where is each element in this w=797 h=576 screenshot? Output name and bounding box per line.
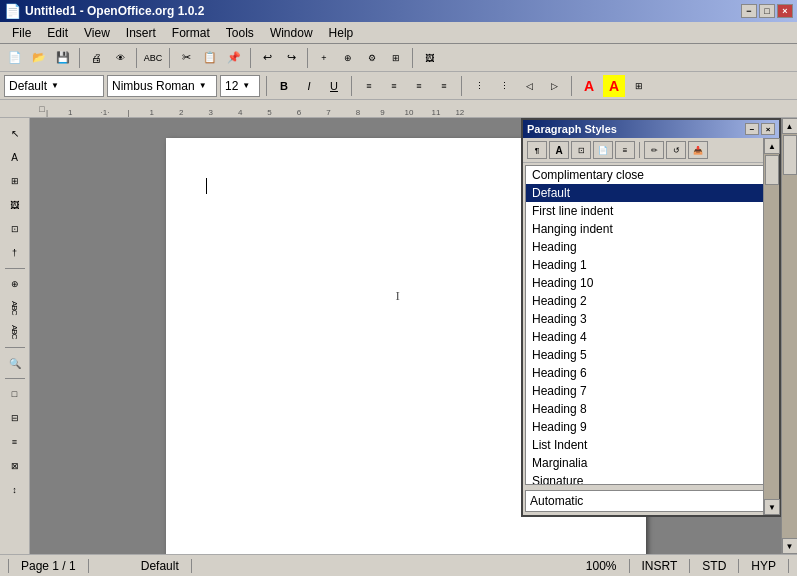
style-item-complimentary[interactable]: Complimentary close <box>526 166 776 184</box>
style-item-heading3[interactable]: Heading 3 <box>526 310 776 328</box>
paragraph-styles-list[interactable]: Complimentary close Default First line i… <box>525 165 777 485</box>
scroll-up-button[interactable]: ▲ <box>782 118 798 134</box>
style-item-heading6[interactable]: Heading 6 <box>526 364 776 382</box>
scroll-thumb[interactable] <box>783 135 797 175</box>
form-tool4[interactable]: ⊠ <box>4 455 26 477</box>
toolbar-standard: 📄 📂 💾 🖨 👁 ABC ✂ 📋 📌 ↩ ↪ + ⊕ ⚙ ⊞ 🖼 <box>0 44 797 72</box>
menu-edit[interactable]: Edit <box>39 24 76 42</box>
style-item-heading10[interactable]: Heading 10 <box>526 274 776 292</box>
app-icon: 📄 <box>4 3 21 19</box>
nav-button1[interactable]: + <box>313 47 335 69</box>
find-tool[interactable]: 🔍 <box>4 352 26 374</box>
bold-button[interactable]: B <box>273 75 295 97</box>
picture-tool[interactable]: 🖼 <box>4 194 26 216</box>
frame-style-button[interactable]: ⊡ <box>571 141 591 159</box>
style-filter-dropdown[interactable]: Automatic ▼ <box>525 490 777 512</box>
style-item-hanging[interactable]: Hanging indent <box>526 220 776 238</box>
font-color-button[interactable]: A <box>578 75 600 97</box>
style-item-heading4[interactable]: Heading 4 <box>526 328 776 346</box>
select-tool[interactable]: ↖ <box>4 122 26 144</box>
status-mode: INSRT <box>630 559 691 573</box>
style-item-heading[interactable]: Heading <box>526 238 776 256</box>
style-item-list-indent[interactable]: List Indent <box>526 436 776 454</box>
underline-button[interactable]: U <box>323 75 345 97</box>
font-dropdown[interactable]: Nimbus Roman ▼ <box>107 75 217 97</box>
update-style-button[interactable]: ↺ <box>666 141 686 159</box>
open-button[interactable]: 📂 <box>28 47 50 69</box>
menu-file[interactable]: File <box>4 24 39 42</box>
page-style-button[interactable]: 📄 <box>593 141 613 159</box>
form-tool3[interactable]: ≡ <box>4 431 26 453</box>
cut-button[interactable]: ✂ <box>175 47 197 69</box>
menu-window[interactable]: Window <box>262 24 321 42</box>
indent-decrease-button[interactable]: ◁ <box>518 75 540 97</box>
maximize-button[interactable]: □ <box>759 4 775 18</box>
print-button[interactable]: 🖨 <box>85 47 107 69</box>
align-right-button[interactable]: ≡ <box>408 75 430 97</box>
style-item-first-line[interactable]: First line indent <box>526 202 776 220</box>
menu-help[interactable]: Help <box>321 24 362 42</box>
panel-minimize-button[interactable]: − <box>745 123 759 135</box>
zoom-tool[interactable]: ⊕ <box>4 273 26 295</box>
close-button[interactable]: × <box>777 4 793 18</box>
nav-button3[interactable]: ⚙ <box>361 47 383 69</box>
menu-format[interactable]: Format <box>164 24 218 42</box>
italic-button[interactable]: I <box>298 75 320 97</box>
style-item-default[interactable]: Default <box>526 184 776 202</box>
nav-button4[interactable]: ⊞ <box>385 47 407 69</box>
align-justify-button[interactable]: ≡ <box>433 75 455 97</box>
menu-tools[interactable]: Tools <box>218 24 262 42</box>
char-format-button[interactable]: ⊞ <box>628 75 650 97</box>
scroll-down-button[interactable]: ▼ <box>782 538 798 554</box>
text-tool[interactable]: A <box>4 146 26 168</box>
footnote-tool[interactable]: † <box>4 242 26 264</box>
panel-close-button[interactable]: × <box>761 123 775 135</box>
abc-tool[interactable]: ABC <box>4 297 26 319</box>
form-tool1[interactable]: □ <box>4 383 26 405</box>
style-item-signature[interactable]: Signature <box>526 472 776 485</box>
style-dropdown[interactable]: Default ▼ <box>4 75 104 97</box>
preview-button[interactable]: 👁 <box>109 47 131 69</box>
style-item-heading9[interactable]: Heading 9 <box>526 418 776 436</box>
gallery-button[interactable]: 🖼 <box>418 47 440 69</box>
field-tool[interactable]: ⊡ <box>4 218 26 240</box>
char-style-button[interactable]: A <box>549 141 569 159</box>
size-dropdown[interactable]: 12 ▼ <box>220 75 260 97</box>
form-tool5[interactable]: ↕ <box>4 479 26 501</box>
menu-insert[interactable]: Insert <box>118 24 164 42</box>
style-item-heading8[interactable]: Heading 8 <box>526 400 776 418</box>
minimize-button[interactable]: − <box>741 4 757 18</box>
highlight-color-button[interactable]: A <box>603 75 625 97</box>
align-left-button[interactable]: ≡ <box>358 75 380 97</box>
style-item-heading2[interactable]: Heading 2 <box>526 292 776 310</box>
abc2-tool[interactable]: ABC <box>4 321 26 343</box>
undo-button[interactable]: ↩ <box>256 47 278 69</box>
new-style-button[interactable]: ✏ <box>644 141 664 159</box>
nav-button2[interactable]: ⊕ <box>337 47 359 69</box>
form-tool2[interactable]: ⊟ <box>4 407 26 429</box>
spellcheck-button[interactable]: ABC <box>142 47 164 69</box>
scroll-track[interactable] <box>782 134 798 538</box>
panel-scroll-track[interactable] <box>764 154 779 499</box>
panel-scroll-down[interactable]: ▼ <box>764 499 780 515</box>
list-ordered-button[interactable]: ⋮ <box>493 75 515 97</box>
list-style-button[interactable]: ≡ <box>615 141 635 159</box>
new-button[interactable]: 📄 <box>4 47 26 69</box>
table-tool[interactable]: ⊞ <box>4 170 26 192</box>
copy-button[interactable]: 📋 <box>199 47 221 69</box>
style-item-heading1[interactable]: Heading 1 <box>526 256 776 274</box>
status-hyp: HYP <box>739 559 789 573</box>
menu-view[interactable]: View <box>76 24 118 42</box>
paste-button[interactable]: 📌 <box>223 47 245 69</box>
indent-increase-button[interactable]: ▷ <box>543 75 565 97</box>
style-item-heading5[interactable]: Heading 5 <box>526 346 776 364</box>
style-item-heading7[interactable]: Heading 7 <box>526 382 776 400</box>
align-center-button[interactable]: ≡ <box>383 75 405 97</box>
redo-button[interactable]: ↪ <box>280 47 302 69</box>
load-styles-button[interactable]: 📥 <box>688 141 708 159</box>
para-style-button[interactable]: ¶ <box>527 141 547 159</box>
list-unordered-button[interactable]: ⋮ <box>468 75 490 97</box>
panel-scroll-up[interactable]: ▲ <box>764 138 780 154</box>
save-button[interactable]: 💾 <box>52 47 74 69</box>
style-item-marginalia[interactable]: Marginalia <box>526 454 776 472</box>
